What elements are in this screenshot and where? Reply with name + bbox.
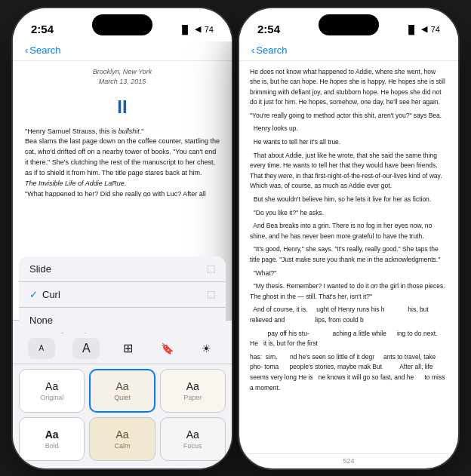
brightness-button[interactable]: ☀ [195, 338, 217, 359]
signal-icon-right: ▐▌ [405, 25, 417, 34]
font-picker-icon: ⊞ [123, 341, 133, 355]
theme-paper-label: Paper [183, 394, 202, 401]
curl-checkmark: ✓ [29, 289, 38, 300]
status-icons-left: ▐▌ ◀ 74 [179, 24, 214, 34]
back-button-right[interactable]: ‹ Search [251, 45, 446, 56]
back-button-left[interactable]: ‹ Search [25, 45, 220, 56]
page-number: 524 [239, 453, 458, 468]
signal-icon: ▐▌ [179, 25, 191, 34]
dynamic-island-right [319, 14, 379, 35]
brightness-icon: ☀ [202, 342, 211, 355]
right-book-content: He does not know what happened to Addie,… [239, 61, 458, 453]
theme-bold-label: Bold [45, 442, 59, 450]
slide-menu-item-curl[interactable]: ✓ Curl ⬚ [19, 282, 226, 308]
font-small-label: A [38, 344, 44, 352]
theme-calm-text: Aa [115, 428, 128, 441]
nav-bar-right: ‹ Search [239, 41, 458, 61]
theme-calm[interactable]: Aa Calm [89, 417, 155, 461]
wifi-icon-right: ◀ [421, 24, 427, 34]
book-content-left: Brooklyn, New YorkMarch 13, 2015 II "Hen… [13, 61, 232, 197]
theme-focus[interactable]: Aa Focus [160, 417, 226, 461]
slide-menu-overlay: Slide ⬚ ✓ Curl ⬚ None [13, 256, 232, 333]
book-header: Brooklyn, New YorkMarch 13, 2015 [25, 67, 220, 88]
back-arrow-right: ‹ [251, 45, 254, 56]
font-decrease-button[interactable]: A [28, 338, 55, 359]
back-arrow-left: ‹ [25, 45, 28, 56]
font-large-label: A [82, 342, 91, 355]
theme-focus-label: Focus [183, 442, 202, 450]
theme-original-text: Aa [45, 380, 58, 392]
left-phone: 2:54 ▐▌ ◀ 74 ‹ Search Brooklyn, New York… [13, 8, 232, 468]
theme-bold-text: Aa [45, 428, 59, 441]
phones-container: 2:54 ▐▌ ◀ 74 ‹ Search Brooklyn, New York… [13, 8, 458, 468]
book-chapter: II [25, 94, 220, 121]
theme-focus-text: Aa [186, 428, 199, 441]
theme-quiet[interactable]: Aa Quiet [89, 369, 155, 413]
battery-icon-right: 74 [431, 25, 440, 34]
right-phone: 2:54 ▐▌ ◀ 74 ‹ Search He does not know w… [239, 8, 458, 468]
back-label-left: Search [29, 45, 60, 56]
curl-icon: ⬚ [207, 289, 215, 299]
slide-label: Slide [29, 263, 51, 275]
slide-menu: Slide ⬚ ✓ Curl ⬚ None [19, 256, 226, 333]
status-icons-right: ▐▌ ◀ 74 [405, 24, 440, 34]
time-left: 2:54 [31, 23, 54, 35]
slide-menu-item-none[interactable]: None [19, 308, 226, 333]
back-label-right: Search [256, 45, 287, 56]
bookmark-button[interactable]: 🔖 [157, 338, 178, 359]
slide-icon: ⬚ [207, 263, 215, 274]
theme-quiet-text: Aa [115, 380, 128, 392]
theme-quiet-label: Quiet [114, 394, 131, 401]
theme-calm-label: Calm [114, 442, 130, 450]
font-picker-button[interactable]: ⊞ [118, 338, 139, 359]
font-increase-button[interactable]: A [72, 338, 100, 359]
nav-bar-left: ‹ Search [13, 41, 232, 61]
none-label: None [29, 315, 53, 326]
font-controls-row: A A ⊞ 🔖 ☀ [13, 335, 232, 364]
theme-original-label: Original [40, 394, 63, 401]
book-text: "Henry Samuel Strauss, this is bullshit.… [25, 127, 220, 197]
bookmark-icon: 🔖 [161, 342, 174, 355]
theme-paper-text: Aa [186, 380, 199, 392]
wifi-icon: ◀ [195, 24, 201, 34]
battery-icon: 74 [205, 25, 214, 34]
dynamic-island [92, 14, 152, 35]
themes-grid: Aa Original Aa Quiet Aa Paper Aa Bold Aa [13, 364, 232, 468]
curl-label: Curl [42, 289, 60, 300]
themes-toolbar: ✕ Themes & Quiet Options A A ⊞ 🔖 ☀ [13, 320, 232, 468]
slide-menu-item-slide[interactable]: Slide ⬚ [19, 256, 226, 282]
theme-bold[interactable]: Aa Bold [19, 417, 85, 461]
theme-paper[interactable]: Aa Paper [160, 369, 226, 413]
time-right: 2:54 [257, 23, 280, 35]
theme-original[interactable]: Aa Original [19, 369, 85, 413]
